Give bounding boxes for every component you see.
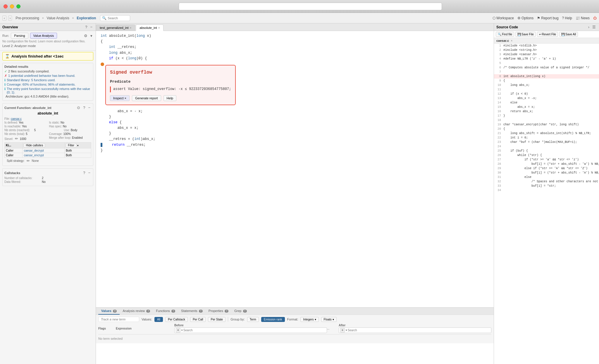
overflow-help-btn[interactable]: Help	[163, 95, 177, 101]
callstacks-help-btn[interactable]: ?	[82, 170, 86, 175]
sc-line-code: }	[503, 114, 505, 118]
run-dropdown-btn[interactable]: ▾	[89, 33, 93, 38]
values-per-state-btn[interactable]: Per State	[208, 317, 226, 322]
sc-header: Source Code › ☰	[494, 23, 599, 31]
fn-col-header: Hide callsites	[23, 143, 64, 148]
hide-callsites-btn[interactable]: Hide callsites	[24, 143, 45, 148]
values-term-btn[interactable]: Term	[247, 317, 259, 322]
sc-code-line-8: 8int absolute_int(long x)	[494, 74, 599, 79]
sc-line-code: else if (*str >= 'A' && *str <= 'Z')	[503, 166, 588, 171]
close-button[interactable]	[4, 4, 8, 8]
sc-line-number: 25	[495, 149, 503, 153]
generate-report-btn[interactable]: Generate report	[132, 95, 161, 101]
sc-line-number: 10	[495, 83, 503, 87]
cf-locate-btn[interactable]: ⊙	[76, 105, 81, 110]
workspace-link[interactable]: ⬡ Workspace	[493, 16, 514, 20]
nav-forward-btn[interactable]: ›	[8, 15, 12, 21]
sc-line-code: /* Spaces and other characters are not e…	[503, 179, 599, 184]
cf-close-btn[interactable]: −	[87, 105, 91, 110]
fn-callsite-2[interactable]: caesar_encrypt	[23, 153, 64, 158]
fn-coverage-value: 100%	[63, 132, 71, 136]
sc-menu-btn[interactable]: ☰	[591, 25, 597, 30]
values-per-call-btn[interactable]: Per Call	[190, 317, 206, 322]
sc-line-code: #include <string.h>	[503, 48, 537, 52]
news-link[interactable]: 📰 News	[576, 16, 590, 20]
detailed-results-title: Detailed results	[4, 65, 91, 68]
values-per-callstack-btn[interactable]: Per Callstack	[165, 317, 188, 322]
values-toolbar: Values: All Per Callstack Per Call Per S…	[98, 317, 491, 322]
overview-help-btn[interactable]: ?	[84, 25, 88, 30]
tab-grep[interactable]: Grep ?	[231, 308, 250, 315]
sc-line-number: 28	[495, 162, 503, 166]
cf-help-btn[interactable]: ?	[82, 105, 86, 110]
filter-btn[interactable]: Filter	[66, 143, 76, 148]
fn-static-value: No	[61, 121, 64, 124]
sc-file-close-btn[interactable]: ×	[511, 39, 512, 42]
entry-link[interactable]: The entry point function successfully re…	[7, 87, 91, 94]
find-file-btn[interactable]: 🔍 Find file	[496, 32, 514, 37]
tab-properties[interactable]: Properties ?	[206, 308, 231, 315]
report-bug-link[interactable]: ⚑ Report bug	[537, 16, 558, 20]
save-file-btn[interactable]: 💾 Save File	[515, 32, 536, 37]
tab-close-1[interactable]: ×	[130, 26, 131, 30]
sc-line-code: /* Computes absolute value of a signed i…	[503, 65, 589, 70]
sc-line-number: 30	[495, 171, 503, 175]
col-after-header: After = ▾	[339, 324, 491, 333]
save-all-btn[interactable]: 💾 Save All	[559, 32, 578, 37]
navbar-search-input[interactable]	[108, 16, 128, 20]
revert-file-btn[interactable]: ↩ Revert File	[537, 32, 558, 37]
after-search-input[interactable]	[348, 329, 490, 332]
sc-code-line-33: 33 buf[i] = *str;	[494, 184, 599, 188]
tab-values[interactable]: Values ?	[98, 308, 120, 315]
titlebar-search-input[interactable]	[179, 3, 442, 10]
fn-file-value[interactable]: caesar.c	[11, 117, 22, 120]
code-line-7: }	[101, 114, 489, 120]
track-term-input[interactable]	[98, 317, 139, 322]
values-all-btn[interactable]: All	[154, 317, 163, 322]
sc-expand-btn[interactable]: ›	[587, 25, 590, 30]
callstacks-number-row: Number of callstacks: 2	[4, 176, 91, 180]
value-analysis-btn[interactable]: Value Analysis	[30, 33, 57, 39]
sc-line-number: 19	[495, 122, 503, 127]
tab-functions[interactable]: Functions ?	[153, 308, 178, 315]
maximize-button[interactable]	[16, 4, 20, 8]
sc-line-code: buf[i] = (*str + abs_shift - 'A') % NB_L…	[503, 171, 599, 175]
undefined-link[interactable]: 1 potential undefined behavior has been …	[8, 74, 75, 77]
integers-dropdown-btn[interactable]: Integers ▾	[300, 317, 319, 322]
overview-close-btn[interactable]: −	[89, 25, 93, 30]
sc-code-line-32: 32 /* Spaces and other characters are no…	[494, 179, 599, 184]
fn-callsite-1[interactable]: caesar_decrypt	[23, 148, 64, 153]
cf-header: Current Function: absolute_int ⊙ ? −	[4, 105, 91, 110]
nav-back-btn[interactable]: ‹	[2, 15, 6, 21]
breadcrumb-exploration[interactable]: Exploration	[75, 15, 98, 21]
help-link[interactable]: ? Help	[562, 16, 572, 20]
tab-statements[interactable]: Statements ?	[178, 308, 206, 315]
coverage-link[interactable]: Coverage: 60% of functions; 96% of state…	[7, 83, 75, 86]
tab-analysis-review[interactable]: Analysis review ?	[120, 308, 153, 315]
sc-code-line-2: 2#include <string.h>	[494, 48, 599, 52]
stdlib-link[interactable]: Standard library: 5 functions used.	[7, 78, 56, 82]
power-button[interactable]: ⏻	[593, 16, 597, 20]
callstacks-close-btn[interactable]: −	[87, 170, 91, 175]
tab-close-2[interactable]: ×	[158, 26, 160, 30]
minimize-button[interactable]	[10, 4, 14, 8]
values-emission-rank-btn[interactable]: Emission rank	[261, 317, 285, 322]
slevel-edit-btn[interactable]: ✏	[14, 136, 19, 141]
before-eq-btn[interactable]: =	[176, 328, 180, 332]
sc-code-line-9: 9{	[494, 79, 599, 83]
after-eq-btn[interactable]: =	[340, 328, 345, 332]
statements-badge: ?	[199, 310, 203, 313]
settings-icon[interactable]: ⚙	[83, 33, 88, 38]
parsing-btn[interactable]: Parsing	[11, 33, 28, 39]
breadcrumb-value-analysis[interactable]: Value Analysis	[45, 15, 71, 21]
options-link[interactable]: ⚙ Options	[517, 16, 533, 20]
floats-dropdown-btn[interactable]: Floats ▾	[321, 317, 337, 322]
sc-file-tab: caesar.c ×	[494, 38, 599, 44]
split-strategy-edit-btn[interactable]: ✏	[26, 158, 31, 163]
tab-absolute-int[interactable]: absolute_int ×	[136, 25, 163, 31]
before-search-input[interactable]	[183, 329, 326, 332]
breadcrumb-preprocessing[interactable]: Pre-processing	[14, 15, 41, 21]
sc-line-number: 24	[495, 144, 503, 149]
inspect-btn[interactable]: Inspect ×	[110, 95, 130, 101]
tab-test-generalized[interactable]: test_generalized_int ×	[96, 25, 135, 31]
